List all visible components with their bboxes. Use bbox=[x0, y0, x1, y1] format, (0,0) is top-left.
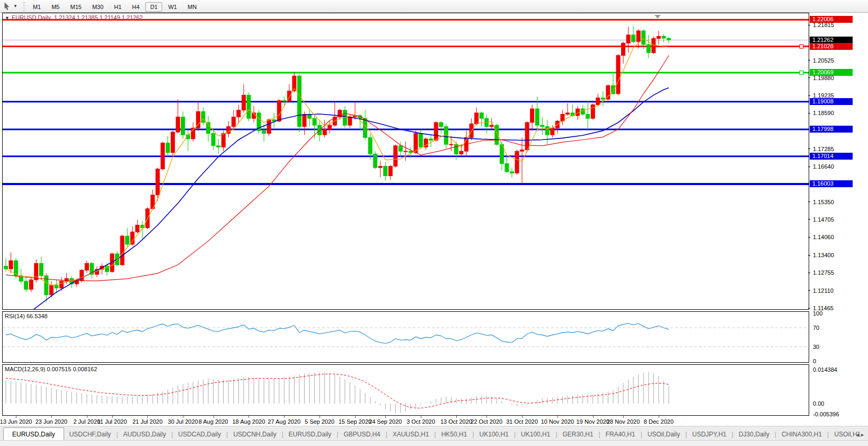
toolbar-grip[interactable] bbox=[23, 2, 25, 11]
timeframe-button-M30[interactable]: M30 bbox=[87, 2, 108, 12]
candle-body bbox=[551, 128, 554, 135]
timeframe-button-D1[interactable]: D1 bbox=[145, 2, 162, 12]
chart-title-caret-icon[interactable]: ▼ bbox=[5, 15, 10, 21]
cursor-tool-button[interactable]: ▼ bbox=[0, 0, 21, 12]
chart-tab-USDCHF-Daily[interactable]: USDCHF,Daily bbox=[64, 428, 117, 441]
tab-scroll-right-icon[interactable]: ▸ bbox=[861, 432, 866, 438]
candle-body bbox=[449, 144, 453, 145]
timeframe-button-W1[interactable]: W1 bbox=[163, 2, 182, 12]
candle-body bbox=[394, 146, 397, 167]
chart-tab-HK50-H1[interactable]: HK50,H1 bbox=[436, 428, 473, 441]
candle-body bbox=[207, 123, 210, 134]
candle-body bbox=[586, 114, 590, 118]
price-axis-tick bbox=[808, 255, 810, 256]
candle-body bbox=[282, 101, 286, 101]
time-axis-label: 22 Oct 2020 bbox=[471, 418, 502, 425]
tab-scroll-arrows: ◂▸ bbox=[856, 432, 866, 438]
time-axis-tick bbox=[659, 416, 659, 418]
price-axis-tick bbox=[808, 290, 810, 291]
rsi-indicator-pane: RSI(14) 66.5348 bbox=[2, 311, 809, 363]
time-axis-tick bbox=[183, 416, 183, 418]
time-axis: 13 Jun 202023 Jun 20202 Jul 202011 Jul 2… bbox=[2, 416, 809, 426]
price-axis-label: 1.15350 bbox=[813, 199, 834, 205]
price-badge: 1.17014 bbox=[810, 153, 853, 160]
chart-tab-USDJPY-H1[interactable]: USDJPY,H1 bbox=[687, 428, 731, 441]
chart-tab-USOil-Daily[interactable]: USOil,Daily bbox=[642, 428, 685, 441]
candle-body bbox=[419, 134, 423, 147]
candle-body bbox=[217, 146, 220, 147]
timeframe-button-M5[interactable]: M5 bbox=[47, 2, 64, 12]
candle-body bbox=[374, 154, 377, 168]
chart-tab-GBPUSD-H4[interactable]: GBPUSD,H4 bbox=[338, 428, 385, 441]
chart-tab-EURUSD-Daily[interactable]: EURUSD,Daily bbox=[3, 427, 64, 441]
candle-body bbox=[459, 151, 463, 154]
candle-body bbox=[136, 225, 139, 232]
candle-body bbox=[181, 117, 185, 135]
chart-tab-CHINA300-H1[interactable]: CHINA300,H1 bbox=[776, 428, 827, 441]
candle-body bbox=[470, 124, 473, 138]
chart-tab-AUDUSD-Daily[interactable]: AUDUSD,Daily bbox=[118, 428, 172, 441]
candle-body bbox=[545, 127, 549, 135]
candle-body bbox=[596, 98, 600, 105]
candle-body bbox=[636, 31, 640, 42]
candle-body bbox=[510, 172, 514, 173]
chart-tab-USDCAD-Daily[interactable]: USDCAD,Daily bbox=[173, 428, 226, 441]
toolbar: ▼ M1M5M15M30H1H4D1W1MN bbox=[0, 0, 868, 13]
candle-body bbox=[384, 167, 387, 176]
time-axis-tick bbox=[522, 416, 522, 418]
chart-tab-USDCNH-Daily[interactable]: USDCNH,Daily bbox=[228, 428, 281, 441]
time-axis-tick bbox=[456, 416, 457, 418]
candle-body bbox=[632, 35, 635, 42]
timeframe-button-M15[interactable]: M15 bbox=[65, 2, 86, 12]
time-axis-tick bbox=[320, 416, 320, 418]
macd-signal-line bbox=[6, 374, 669, 408]
candle-body bbox=[434, 123, 438, 141]
price-axis-label: 1.18590 bbox=[813, 110, 834, 116]
price-axis-tick bbox=[808, 148, 810, 149]
chart-tab-FRA40-H1[interactable]: FRA40,H1 bbox=[600, 428, 641, 441]
time-axis-label: 5 Sep 2020 bbox=[305, 418, 334, 425]
price-badge: 1.21028 bbox=[810, 43, 853, 50]
rsi-label: RSI(14) 66.5348 bbox=[5, 313, 48, 319]
chart-tabs: EURUSD,DailyUSDCHF,Daily|AUDUSD,Daily|US… bbox=[0, 427, 866, 441]
timeframe-button-MN[interactable]: MN bbox=[183, 2, 201, 12]
chart-symbol: EURUSD,Daily bbox=[12, 14, 51, 21]
candle-body bbox=[566, 113, 570, 115]
chart-tab-XAUUSD-H1[interactable]: XAUUSD,H1 bbox=[387, 428, 435, 441]
chart-tab-GER30-H1[interactable]: GER30,H1 bbox=[557, 428, 599, 441]
chart-tab-DJ30-Daily[interactable]: DJ30,Daily bbox=[733, 428, 775, 441]
time-axis-label: 13 Oct 2020 bbox=[440, 418, 472, 425]
time-axis-label: 2 Jul 2020 bbox=[73, 418, 100, 425]
candle-body bbox=[247, 95, 251, 118]
candle-body bbox=[176, 117, 180, 132]
candle-body bbox=[348, 117, 352, 125]
candle-body bbox=[4, 266, 8, 269]
candle-body bbox=[530, 109, 534, 123]
chart-tab-UK100-H1[interactable]: UK100,H1 bbox=[474, 428, 514, 441]
candle-body bbox=[222, 134, 225, 147]
chart-shift-marker-icon[interactable] bbox=[654, 15, 661, 19]
price-axis-tick bbox=[808, 25, 810, 25]
chart-tab-EURUSD-Daily[interactable]: EURUSD,Daily bbox=[284, 428, 337, 441]
candle-body bbox=[642, 31, 645, 45]
candle-body bbox=[156, 169, 160, 195]
chart-tab-UK100-H1[interactable]: UK100,H1 bbox=[516, 428, 555, 441]
timeframe-buttons: M1M5M15M30H1H4D1W1MN bbox=[28, 2, 202, 11]
candle-body bbox=[398, 146, 402, 151]
candlestick-chart bbox=[3, 13, 809, 309]
timeframe-button-H4[interactable]: H4 bbox=[127, 2, 144, 12]
candle-body bbox=[480, 113, 483, 118]
price-axis-tick bbox=[808, 237, 810, 238]
timeframe-button-M1[interactable]: M1 bbox=[28, 2, 46, 12]
tab-scroll-left-icon[interactable]: ◂ bbox=[856, 432, 861, 438]
macd-label: MACD(12,26,9) 0.007515 0.008162 bbox=[5, 366, 97, 372]
line-handle-marker[interactable] bbox=[800, 45, 803, 48]
timeframe-button-H1[interactable]: H1 bbox=[109, 2, 126, 12]
line-handle-marker[interactable] bbox=[800, 71, 803, 75]
price-axis-label: 1.14705 bbox=[813, 216, 834, 223]
candle-body bbox=[622, 43, 625, 55]
candle-body bbox=[626, 35, 630, 43]
price-axis-label: 1.12755 bbox=[813, 269, 834, 276]
macd-axis-label: 0.00 bbox=[813, 400, 824, 407]
price-axis-label: 1.13400 bbox=[813, 252, 834, 258]
